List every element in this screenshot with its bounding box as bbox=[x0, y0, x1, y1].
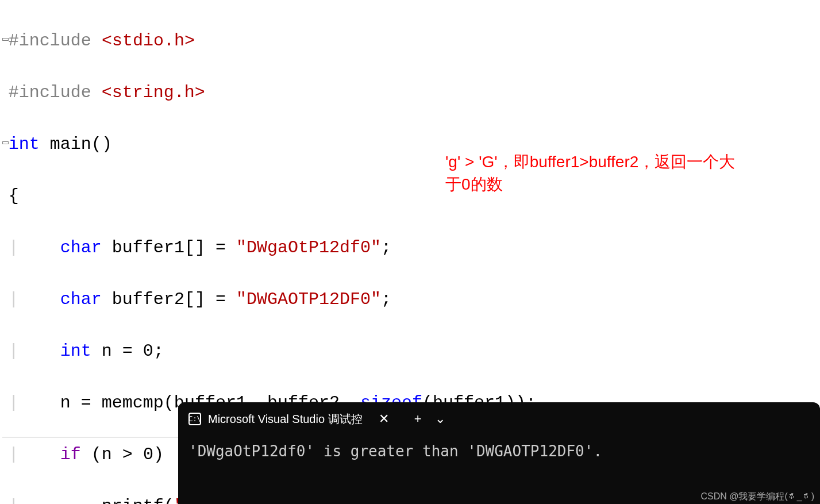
code-line: ▭#include <stdio.h> bbox=[2, 28, 691, 54]
code-line: #include <string.h> bbox=[2, 80, 691, 106]
annotation-text: 'g' > 'G'，即buffer1>buffer2，返回一个大 于0的数 bbox=[445, 151, 735, 195]
terminal-window: C:\ Microsoft Visual Studio 调试控 ✕ + ⌄ 'D… bbox=[178, 402, 820, 504]
code-line: | char buffer2[] = "DWGAOTP12DF0"; bbox=[2, 287, 691, 313]
watermark: CSDN @我要学编程(ಥ_ಥ) bbox=[700, 491, 814, 503]
code-line: | char buffer1[] = "DWgaOtP12df0"; bbox=[2, 235, 691, 261]
tab-dropdown-button[interactable]: ⌄ bbox=[435, 411, 445, 426]
terminal-tab[interactable]: C:\ Microsoft Visual Studio 调试控 ✕ bbox=[178, 402, 401, 436]
terminal-titlebar: C:\ Microsoft Visual Studio 调试控 ✕ + ⌄ bbox=[178, 402, 820, 436]
terminal-icon: C:\ bbox=[188, 413, 201, 425]
tab-actions: + ⌄ bbox=[401, 411, 446, 426]
code-line: | int n = 0; bbox=[2, 338, 691, 364]
tab-title: Microsoft Visual Studio 调试控 bbox=[208, 411, 363, 427]
editor-divider bbox=[2, 437, 178, 438]
tab-close-button[interactable]: ✕ bbox=[374, 409, 394, 429]
new-tab-button[interactable]: + bbox=[414, 411, 422, 426]
